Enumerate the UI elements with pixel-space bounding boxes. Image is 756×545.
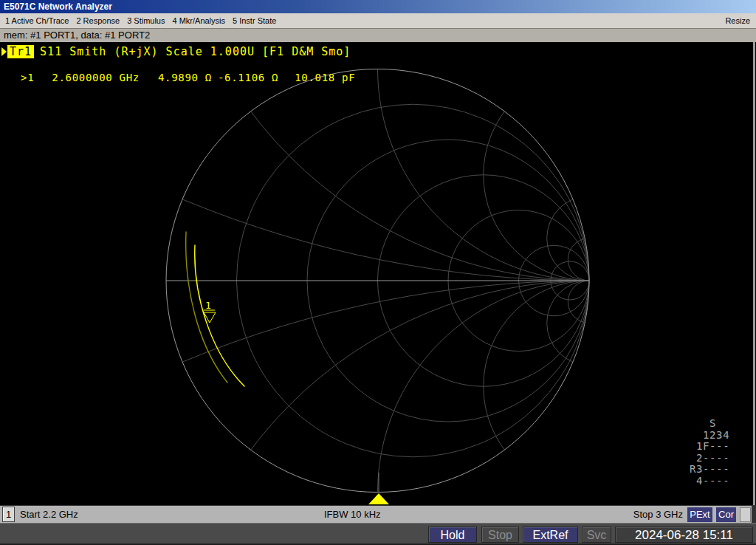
- menu-bar: 1 Active Ch/Trace 2 Response 3 Stimulus …: [0, 13, 756, 28]
- menu-item-stimulus[interactable]: 3 Stimulus: [127, 13, 165, 28]
- channel-number-box: 1: [2, 507, 15, 522]
- port-status-line: 1F---: [690, 441, 729, 453]
- menu-item-resize[interactable]: Resize: [725, 13, 750, 28]
- instrument-status-bar: Hold Stop ExtRef Svc 2024-06-28 15:11: [0, 523, 756, 545]
- port-status-line: 2----: [690, 453, 729, 465]
- port-status-line: 1234: [690, 430, 729, 442]
- port-status-line: R3----: [690, 464, 729, 476]
- mem-data-status-bar: mem: #1 PORT1, data: #1 PORT2: [0, 28, 756, 42]
- menu-item-mkr-analysis[interactable]: 4 Mkr/Analysis: [172, 13, 225, 28]
- marker-resistance: 4.9890 Ω: [158, 72, 212, 83]
- window-title: E5071C Network Analyzer: [4, 1, 112, 12]
- sweep-stop-indicator: Stop: [481, 527, 519, 543]
- port-extension-badge: PExt: [687, 507, 712, 522]
- status-bar-end: [752, 506, 756, 523]
- ifbw-label: IFBW 10 kHz: [324, 506, 381, 523]
- menu-item-active-ch-trace[interactable]: 1 Active Ch/Trace: [5, 13, 69, 28]
- active-trace-arrow-icon: [1, 47, 7, 56]
- service-indicator: Svc: [582, 527, 611, 543]
- mem-data-text: mem: #1 PORT1, data: #1 PORT2: [4, 30, 150, 41]
- marker-readout-line: >12.6000000 GHz4.9890 Ω-6.1106 Ω10.018 p…: [21, 72, 355, 83]
- trace-name-badge[interactable]: Tr1: [7, 45, 34, 58]
- marker-frequency: 2.6000000 GHz: [52, 72, 140, 83]
- marker-capacitance: 10.018 pF: [295, 72, 355, 83]
- instrument-screen: 1 Tr1 S11 Smith (R+jX) Scale 1.000U [F1 …: [0, 42, 756, 505]
- menu-item-response[interactable]: 2 Response: [76, 13, 120, 28]
- trace-format-text[interactable]: S11 Smith (R+jX) Scale 1.000U [F1 D&M Sm…: [40, 45, 351, 58]
- source-receiver-status: S 1234 1F--- 2---- R3---- 4----: [690, 418, 729, 487]
- menu-item-instr-state[interactable]: 5 Instr State: [233, 13, 276, 28]
- correction-badge: Cor: [716, 507, 736, 522]
- port-status-line: S: [690, 418, 729, 430]
- marker-stimulus-indicator[interactable]: [368, 493, 389, 504]
- smith-grid: [0, 42, 756, 505]
- port-status-line: 4----: [690, 476, 729, 487]
- marker-reactance: -6.1106 Ω: [218, 72, 278, 83]
- screen-right-border: [753, 42, 755, 505]
- marker-1-label: 1: [205, 300, 211, 311]
- sweep-hold-indicator: Hold: [428, 527, 477, 543]
- datetime-display: 2024-06-28 15:11: [615, 527, 753, 543]
- sweep-stop-label: Stop 3 GHz: [633, 506, 683, 523]
- marker-number: >1: [21, 72, 34, 83]
- window-title-bar: E5071C Network Analyzer: [0, 0, 756, 13]
- trace-status-line: Tr1 S11 Smith (R+jX) Scale 1.000U [F1 D&…: [1, 44, 351, 58]
- sweep-start-label: Start 2.2 GHz: [20, 506, 78, 523]
- status-bar-spacer: [740, 507, 751, 522]
- smith-chart: 1: [0, 42, 756, 505]
- channel-status-bar: 1 Start 2.2 GHz IFBW 10 kHz Stop 3 GHz P…: [0, 505, 756, 523]
- external-reference-indicator: ExtRef: [523, 527, 578, 543]
